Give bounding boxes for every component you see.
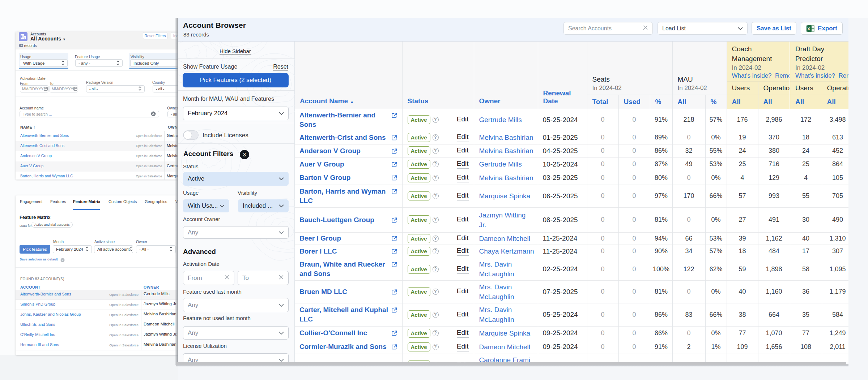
- svg-text:X: X: [807, 26, 810, 31]
